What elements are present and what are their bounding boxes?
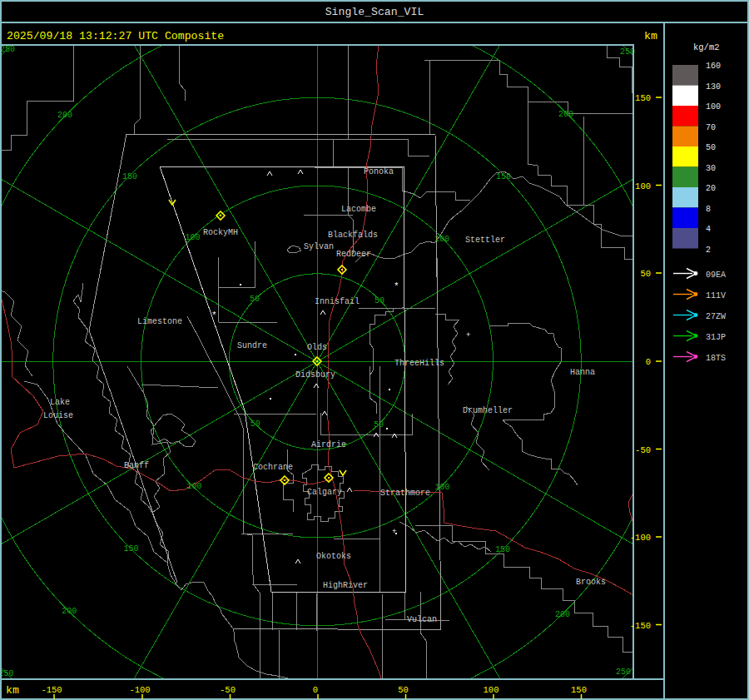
svg-text:150: 150 (124, 544, 139, 554)
svg-text:50: 50 (640, 269, 651, 279)
svg-text:150: 150 (495, 545, 510, 554)
svg-text:50: 50 (250, 295, 260, 304)
svg-text:Okotoks: Okotoks (316, 552, 351, 561)
svg-text:Vulcan: Vulcan (407, 615, 437, 624)
svg-text:-50: -50 (635, 445, 651, 455)
svg-text:-150: -150 (41, 685, 62, 695)
svg-text:Hanna: Hanna (570, 368, 595, 377)
svg-text:Didsbury: Didsbury (295, 370, 335, 380)
svg-text:Olds: Olds (307, 343, 327, 352)
svg-text:*: * (211, 310, 217, 320)
svg-text:Lake: Lake (50, 398, 70, 407)
svg-text:-100: -100 (129, 685, 150, 695)
svg-text:50: 50 (250, 420, 260, 429)
svg-text:Limestone: Limestone (137, 317, 182, 326)
svg-text:Sylvan: Sylvan (304, 242, 334, 251)
svg-text:250: 250 (616, 668, 631, 677)
svg-text:Banff: Banff (124, 461, 149, 470)
svg-text:100: 100 (186, 482, 201, 491)
svg-text:100: 100 (185, 233, 200, 242)
svg-text:-50: -50 (220, 685, 236, 695)
svg-text:250: 250 (0, 45, 15, 54)
svg-text:100: 100 (434, 235, 449, 244)
svg-text:Sundre: Sundre (237, 341, 267, 350)
svg-text:200: 200 (555, 610, 570, 619)
svg-text:111V: 111V (706, 291, 726, 300)
svg-text:Strathmore: Strathmore (380, 489, 430, 498)
svg-text:HighRiver: HighRiver (323, 581, 368, 590)
svg-text:100: 100 (435, 483, 450, 492)
svg-text:Brooks: Brooks (576, 578, 606, 587)
svg-text:Airdrie: Airdrie (311, 440, 346, 449)
svg-text:70: 70 (706, 123, 716, 132)
svg-text:Louise: Louise (43, 411, 73, 420)
svg-text:200: 200 (62, 607, 77, 616)
svg-text:ThreeHills: ThreeHills (394, 359, 444, 368)
svg-text:*: * (394, 281, 399, 291)
svg-text:50: 50 (374, 420, 384, 429)
svg-text:18TS: 18TS (706, 354, 726, 363)
svg-text:150: 150 (122, 172, 137, 181)
svg-text:km: km (6, 684, 19, 697)
svg-text:50: 50 (374, 296, 384, 305)
svg-text:30: 30 (706, 164, 716, 173)
svg-text:km: km (644, 30, 657, 42)
svg-text:200: 200 (57, 111, 72, 120)
svg-text:Cochrane: Cochrane (253, 463, 293, 472)
svg-text:2: 2 (706, 246, 711, 255)
svg-text:150: 150 (496, 172, 511, 181)
svg-text:20: 20 (706, 184, 716, 193)
svg-text:130: 130 (706, 82, 721, 92)
svg-text:100: 100 (635, 181, 651, 191)
svg-text:Calgary: Calgary (307, 488, 342, 497)
svg-text:31JP: 31JP (706, 333, 726, 342)
svg-text:150: 150 (635, 93, 651, 103)
svg-text:Drumheller: Drumheller (463, 406, 513, 415)
svg-text:27ZW: 27ZW (706, 312, 726, 321)
svg-text:Ponoka: Ponoka (364, 167, 394, 176)
svg-text:RedDeer: RedDeer (336, 250, 371, 259)
svg-text:200: 200 (558, 110, 573, 119)
svg-text:-150: -150 (630, 621, 651, 631)
svg-text:Stettler: Stettler (465, 236, 505, 245)
svg-text:Lacombe: Lacombe (341, 205, 376, 214)
svg-text:kg/m2: kg/m2 (693, 42, 720, 52)
svg-text:RockyMH: RockyMH (203, 228, 238, 237)
svg-text:Blackfalds: Blackfalds (328, 231, 378, 240)
svg-text:09EA: 09EA (706, 271, 726, 280)
svg-text:+: + (466, 331, 470, 340)
svg-text:Innisfail: Innisfail (315, 297, 360, 306)
svg-text:4: 4 (706, 225, 711, 234)
svg-text:250: 250 (0, 669, 14, 678)
svg-text:0: 0 (313, 685, 318, 695)
svg-text:8: 8 (706, 205, 711, 214)
svg-text:0: 0 (646, 357, 651, 367)
svg-text:+: + (392, 528, 396, 536)
svg-text:100: 100 (706, 102, 721, 112)
svg-text:Single_Scan_VIL: Single_Scan_VIL (325, 6, 424, 18)
svg-text:50: 50 (706, 143, 716, 152)
svg-text:160: 160 (706, 62, 721, 71)
svg-text:2025/09/18 13:12:27 UTC Compos: 2025/09/18 13:12:27 UTC Composite (7, 30, 224, 42)
svg-text:150: 150 (571, 685, 587, 695)
svg-text:-100: -100 (630, 533, 651, 543)
svg-text:50: 50 (398, 685, 409, 695)
svg-text:100: 100 (484, 685, 499, 695)
